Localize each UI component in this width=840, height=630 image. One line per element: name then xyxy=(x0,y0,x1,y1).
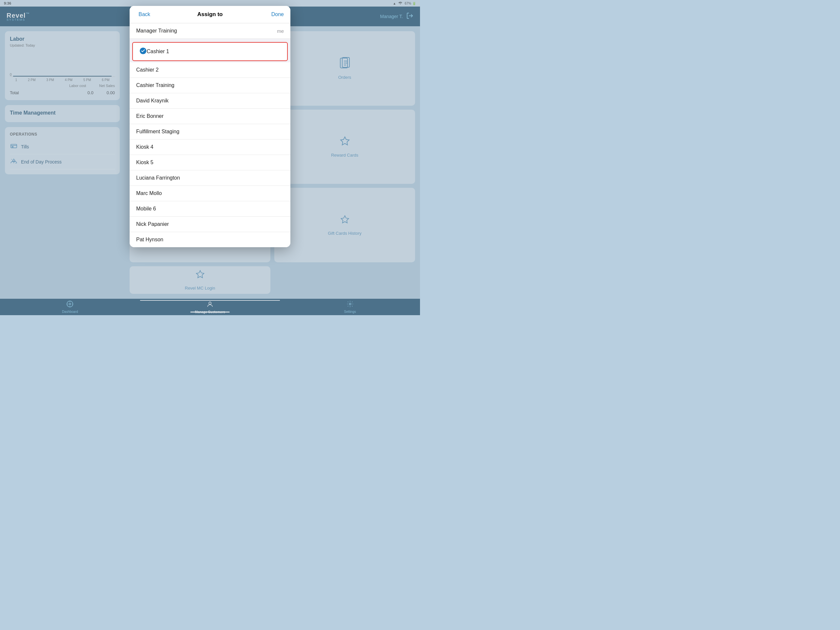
luciana-farrington-label: Luciana Farrington xyxy=(136,175,180,181)
cashier-training-label: Cashier Training xyxy=(136,82,175,88)
cashier1-check-icon xyxy=(139,47,147,56)
kiosk4-label: Kiosk 4 xyxy=(136,144,153,150)
nick-papanier-label: Nick Papanier xyxy=(136,221,169,227)
manager-training-item[interactable]: Manager Training me xyxy=(129,23,291,39)
luciana-farrington-item[interactable]: Luciana Farrington xyxy=(129,170,291,186)
kiosk5-item[interactable]: Kiosk 5 xyxy=(129,155,291,170)
assign-to-modal: Back Assign to Done Manager Training me … xyxy=(129,6,291,247)
modal-title: Assign to xyxy=(153,11,267,18)
modal-header: Back Assign to Done xyxy=(129,6,291,23)
marc-mollo-item[interactable]: Marc Mollo xyxy=(129,186,291,201)
nick-papanier-item[interactable]: Nick Papanier xyxy=(129,217,291,232)
cashier1-item[interactable]: Cashier 1 xyxy=(132,42,288,61)
cashier1-label: Cashier 1 xyxy=(147,49,169,54)
cashier2-label: Cashier 2 xyxy=(136,67,158,73)
eric-bonner-label: Eric Bonner xyxy=(136,113,164,119)
eric-bonner-item[interactable]: Eric Bonner xyxy=(129,109,291,124)
pat-hynson-item[interactable]: Pat Hynson xyxy=(129,232,291,247)
cashier-training-item[interactable]: Cashier Training xyxy=(129,78,291,93)
modal-done-button[interactable]: Done xyxy=(267,11,284,17)
fulfillment-staging-item[interactable]: Fulfillment Staging xyxy=(129,124,291,139)
david-kraynik-label: David Kraynik xyxy=(136,98,169,104)
me-badge: me xyxy=(277,28,284,34)
fulfillment-staging-label: Fulfillment Staging xyxy=(136,129,180,135)
cashier2-item[interactable]: Cashier 2 xyxy=(129,62,291,78)
manager-training-label: Manager Training xyxy=(136,28,177,34)
modal-divider xyxy=(129,39,291,41)
kiosk5-label: Kiosk 5 xyxy=(136,160,153,165)
david-kraynik-item[interactable]: David Kraynik xyxy=(129,93,291,109)
mobile6-item[interactable]: Mobile 6 xyxy=(129,201,291,217)
modal-list: Cashier 2 Cashier Training David Kraynik… xyxy=(129,62,291,247)
mobile6-label: Mobile 6 xyxy=(136,206,156,212)
modal-overlay: Back Assign to Done Manager Training me … xyxy=(0,0,420,315)
modal-back-button[interactable]: Back xyxy=(136,11,153,17)
kiosk4-item[interactable]: Kiosk 4 xyxy=(129,139,291,155)
marc-mollo-label: Marc Mollo xyxy=(136,190,162,196)
pat-hynson-label: Pat Hynson xyxy=(136,237,163,242)
